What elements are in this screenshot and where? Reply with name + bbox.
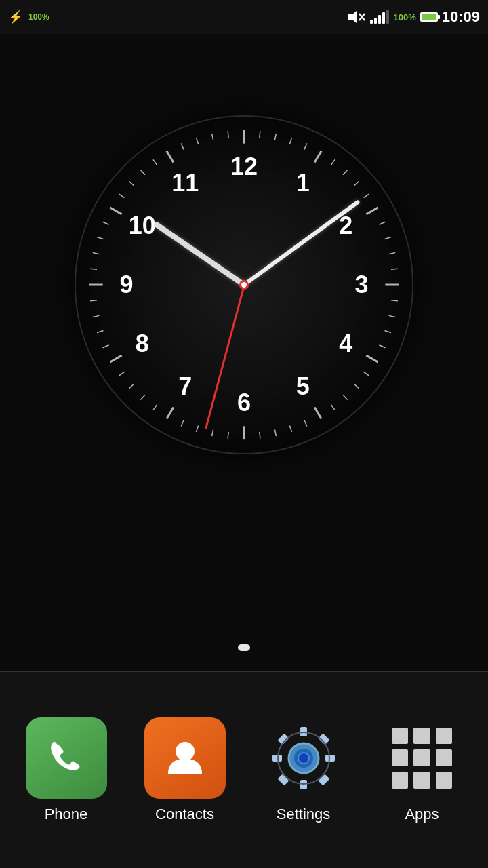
battery-percent: 100% <box>393 12 415 22</box>
signal-bars <box>370 10 389 24</box>
svg-line-22 <box>379 345 385 348</box>
app-dot-1 <box>392 728 409 745</box>
svg-line-46 <box>93 315 100 317</box>
svg-line-41 <box>129 384 134 389</box>
apps-grid-icon <box>382 717 463 799</box>
svg-line-32 <box>260 432 260 439</box>
svg-line-29 <box>304 420 307 426</box>
app-dot-8 <box>413 772 430 789</box>
svg-line-14 <box>379 222 385 224</box>
svg-line-11 <box>354 181 359 186</box>
svg-line-47 <box>90 300 97 301</box>
app-dot-2 <box>413 728 430 745</box>
mute-icon <box>347 9 366 24</box>
app-dot-4 <box>392 749 409 766</box>
svg-line-12 <box>364 194 369 198</box>
svg-point-76 <box>298 753 309 764</box>
svg-point-63 <box>176 742 195 761</box>
svg-line-37 <box>181 420 184 426</box>
status-bar: ⚡ 100% 100% 10:09 <box>0 0 488 34</box>
app-dot-7 <box>392 772 409 789</box>
svg-line-9 <box>331 159 335 165</box>
phone-icon <box>26 717 107 799</box>
svg-line-34 <box>228 432 228 439</box>
svg-line-60 <box>196 138 198 144</box>
svg-line-4 <box>260 131 260 138</box>
dock-item-contacts[interactable]: Contacts <box>125 717 244 823</box>
battery-fill <box>422 14 436 20</box>
svg-line-5 <box>274 134 276 140</box>
svg-line-52 <box>103 222 109 224</box>
svg-line-8 <box>314 151 321 162</box>
signal-bar-3 <box>378 15 381 24</box>
settings-icon <box>263 717 344 799</box>
signal-bar-5 <box>386 10 389 24</box>
svg-line-27 <box>331 405 335 410</box>
status-left: ⚡ 100% <box>8 9 49 24</box>
svg-line-51 <box>97 237 103 239</box>
svg-line-35 <box>212 429 214 436</box>
svg-line-45 <box>97 330 103 332</box>
signal-bar-2 <box>374 18 377 24</box>
apps-label: Apps <box>405 806 439 823</box>
center-dot <box>239 280 249 290</box>
contacts-label: Contacts <box>155 806 214 823</box>
battery-outline <box>420 12 438 22</box>
svg-line-20 <box>388 315 395 317</box>
signal-bar-1 <box>370 20 373 24</box>
svg-line-53 <box>110 208 121 214</box>
svg-line-42 <box>119 372 124 376</box>
battery-percent-small: 100% <box>28 12 49 22</box>
svg-line-36 <box>196 426 198 432</box>
svg-line-57 <box>153 159 157 165</box>
svg-line-26 <box>343 395 348 399</box>
settings-label: Settings <box>277 806 331 823</box>
svg-line-61 <box>212 134 214 140</box>
svg-line-23 <box>366 355 378 362</box>
svg-line-21 <box>385 330 391 332</box>
svg-line-19 <box>391 300 398 301</box>
svg-rect-73 <box>318 774 329 785</box>
svg-line-31 <box>274 429 276 436</box>
svg-line-39 <box>153 405 157 410</box>
svg-line-24 <box>364 372 369 376</box>
signal-bar-4 <box>382 12 385 24</box>
clock-face: // We'll generate ticks via JS below 121… <box>75 115 413 454</box>
svg-line-15 <box>385 237 391 239</box>
svg-line-59 <box>181 144 184 150</box>
svg-line-54 <box>119 194 124 198</box>
usb-icon: ⚡ <box>8 9 23 24</box>
svg-line-25 <box>354 384 359 389</box>
dock: Phone Contacts <box>0 671 488 868</box>
svg-rect-72 <box>277 774 289 785</box>
status-time: 10:09 <box>442 8 480 26</box>
svg-line-38 <box>167 407 174 418</box>
dock-item-phone[interactable]: Phone <box>7 717 125 823</box>
app-dot-3 <box>436 728 453 745</box>
app-dot-6 <box>436 749 453 766</box>
svg-line-56 <box>140 170 145 174</box>
page-indicator <box>238 644 250 651</box>
svg-line-43 <box>110 355 121 362</box>
dock-item-settings[interactable]: Settings <box>244 717 363 823</box>
home-screen: // We'll generate ticks via JS below 121… <box>0 34 488 868</box>
dock-item-apps[interactable]: Apps <box>363 717 481 823</box>
app-dot-5 <box>413 749 430 766</box>
battery-container <box>420 12 438 22</box>
status-right: 100% 10:09 <box>347 8 480 26</box>
svg-line-62 <box>228 131 228 138</box>
svg-line-16 <box>388 253 395 254</box>
svg-line-13 <box>366 208 378 214</box>
svg-line-7 <box>304 144 307 150</box>
contacts-icon <box>144 717 226 799</box>
app-dot-9 <box>436 772 453 789</box>
svg-line-10 <box>343 170 348 174</box>
svg-line-28 <box>314 407 321 418</box>
svg-marker-0 <box>348 11 357 23</box>
svg-line-30 <box>289 426 291 432</box>
clock-widget[interactable]: // We'll generate ticks via JS below 121… <box>75 115 413 454</box>
phone-label: Phone <box>45 806 88 823</box>
svg-line-6 <box>289 138 291 144</box>
svg-line-58 <box>167 151 174 162</box>
svg-line-44 <box>103 345 109 348</box>
